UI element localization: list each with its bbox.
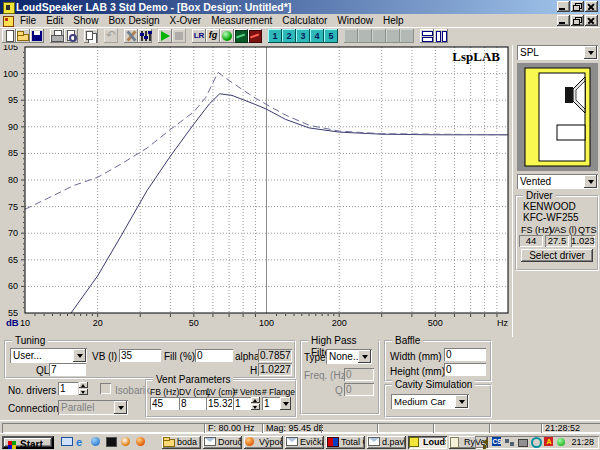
chart-red-icon[interactable] — [248, 29, 262, 43]
driver-param-value: 44 — [519, 235, 543, 247]
task-button-v-po-e-[interactable]: Výpoče... — [244, 436, 283, 449]
vent--vents-input[interactable] — [233, 397, 251, 410]
connection-selector: Parallel — [58, 400, 128, 415]
copy-icon[interactable] — [84, 29, 98, 43]
close-button[interactable] — [585, 1, 598, 12]
status-green-icon[interactable] — [557, 438, 565, 446]
tuning-preset-selector[interactable]: User... — [10, 348, 87, 363]
quicktime-icon[interactable] — [531, 437, 542, 448]
no-drivers-input[interactable] — [58, 382, 78, 395]
volume-icon[interactable] — [482, 439, 488, 445]
network-icon[interactable] — [505, 439, 509, 443]
no-drivers-spinner[interactable] — [79, 382, 88, 395]
baffle-height-input[interactable] — [444, 363, 486, 376]
frequency-response-chart[interactable]: 556065707580859095100105102050100200500d… — [0, 45, 512, 337]
menu-bar: FileEditShowBox DesignX-OverMeasurementC… — [0, 14, 600, 28]
isobarik-checkbox[interactable] — [100, 383, 111, 394]
child-restore-button[interactable] — [571, 15, 584, 26]
chart-green-icon[interactable] — [234, 29, 248, 43]
box-type-selector[interactable]: Vented — [517, 174, 598, 189]
menu-item-calculator[interactable]: Calculator — [277, 14, 332, 27]
start-button[interactable]: Start — [2, 436, 54, 449]
view-2-icon[interactable]: 2 — [282, 29, 296, 43]
child-minimize-button[interactable] — [557, 15, 570, 26]
quick-launch-msn-icon[interactable] — [90, 436, 105, 449]
chevron-down-icon[interactable] — [455, 395, 468, 408]
vb-input[interactable] — [119, 349, 161, 362]
vent-flange-dropdown[interactable] — [280, 397, 291, 410]
cs-layout-icon[interactable]: CS — [492, 437, 501, 446]
fill-input[interactable] — [195, 349, 233, 362]
view-4-icon[interactable]: 4 — [310, 29, 324, 43]
quick-launch-ie-icon[interactable]: e — [75, 436, 90, 449]
menu-item-file[interactable]: File — [15, 14, 41, 27]
open-icon[interactable] — [16, 29, 30, 43]
vent-fb-hz--input[interactable] — [150, 397, 180, 410]
quick-launch-outlook-icon[interactable] — [60, 436, 75, 449]
quick-launch-firefox-icon[interactable] — [135, 436, 150, 449]
sphere-icon[interactable] — [220, 29, 234, 43]
tile-vertical-icon[interactable] — [434, 29, 448, 43]
quick-launch-console-icon[interactable] — [105, 436, 120, 449]
view-3-icon[interactable]: 3 — [296, 29, 310, 43]
menu-item-show[interactable]: Show — [68, 14, 103, 27]
task-button-total-c-[interactable]: Total C... — [326, 436, 365, 449]
task-button-label: boda — [177, 436, 200, 449]
menu-item-measurement[interactable]: Measurement — [206, 14, 277, 27]
select-driver-button[interactable]: Select driver — [521, 249, 593, 262]
status-clock: 21:28:52 — [541, 423, 600, 433]
chevron-down-icon[interactable] — [73, 349, 86, 362]
print-icon[interactable] — [50, 29, 64, 43]
fg-toggle-icon[interactable]: fg — [206, 29, 220, 43]
task-button-boda[interactable]: boda — [162, 436, 201, 449]
task-button-evi-ka[interactable]: Evička — [285, 436, 324, 449]
antivirus-icon[interactable]: A — [544, 437, 553, 446]
spin-down-icon[interactable] — [79, 389, 88, 395]
vent--flange-input[interactable] — [262, 397, 280, 410]
vent-count-spinner[interactable] — [251, 397, 260, 410]
task-button-d-pavlu[interactable]: d.pavlu — [367, 436, 406, 449]
task-button-louds-[interactable]: LoudS... — [408, 436, 447, 449]
tuning-preset-value: User... — [13, 349, 42, 362]
tools-icon[interactable] — [124, 29, 138, 43]
menu-item-box-design[interactable]: Box Design — [103, 14, 164, 27]
baffle-width-input[interactable] — [444, 348, 486, 361]
menu-item-window[interactable]: Window — [332, 14, 378, 27]
design-controls: Tuning User... VB (l) Fill (%) alpha 0.7… — [0, 336, 512, 420]
spin-up-icon[interactable] — [79, 382, 88, 388]
view-selector[interactable]: SPL — [517, 45, 598, 60]
baffle-group: Baffle Width (mm) Height (mm) — [384, 340, 492, 382]
quick-launch-media-player-icon[interactable] — [120, 436, 135, 449]
print-spool-icon[interactable] — [518, 439, 528, 447]
task-button-doru-e-[interactable]: Doruče... — [203, 436, 242, 449]
box-type-value: Vented — [520, 175, 551, 188]
ql-input[interactable] — [49, 363, 86, 376]
tuning-group-title: Tuning — [12, 335, 48, 347]
tile-horizontal-icon[interactable] — [420, 29, 434, 43]
play-icon[interactable] — [158, 29, 172, 43]
menu-item-help[interactable]: Help — [378, 14, 409, 27]
totalcmd-icon — [327, 437, 339, 447]
y-axis-label: 75 — [8, 202, 18, 212]
child-close-button[interactable] — [585, 15, 598, 26]
print-preview-icon[interactable] — [64, 29, 78, 43]
chevron-down-icon[interactable] — [584, 175, 597, 188]
y-axis-label: 100 — [3, 69, 18, 79]
hpf-type-selector[interactable]: None... — [326, 349, 372, 364]
view-1-icon[interactable]: 1 — [268, 29, 282, 43]
chevron-down-icon[interactable] — [584, 46, 597, 59]
view-5-icon[interactable]: 5 — [324, 29, 338, 43]
chevron-down-icon[interactable] — [358, 350, 371, 363]
vent-dv-cm--input[interactable] — [179, 397, 207, 410]
new-icon[interactable] — [2, 29, 16, 43]
vent-lv-cm--input[interactable] — [206, 397, 234, 410]
document-icon[interactable] — [3, 16, 14, 27]
save-icon[interactable] — [30, 29, 44, 43]
lr-toggle-icon[interactable]: LR — [192, 29, 206, 43]
menu-item-edit[interactable]: Edit — [41, 14, 68, 27]
minimize-button[interactable] — [557, 1, 570, 12]
restore-button[interactable] — [571, 1, 584, 12]
cavity-simulation-selector[interactable]: Medium Car — [391, 394, 469, 409]
mixer-icon[interactable] — [138, 29, 152, 43]
menu-item-x-over[interactable]: X-Over — [165, 14, 207, 27]
